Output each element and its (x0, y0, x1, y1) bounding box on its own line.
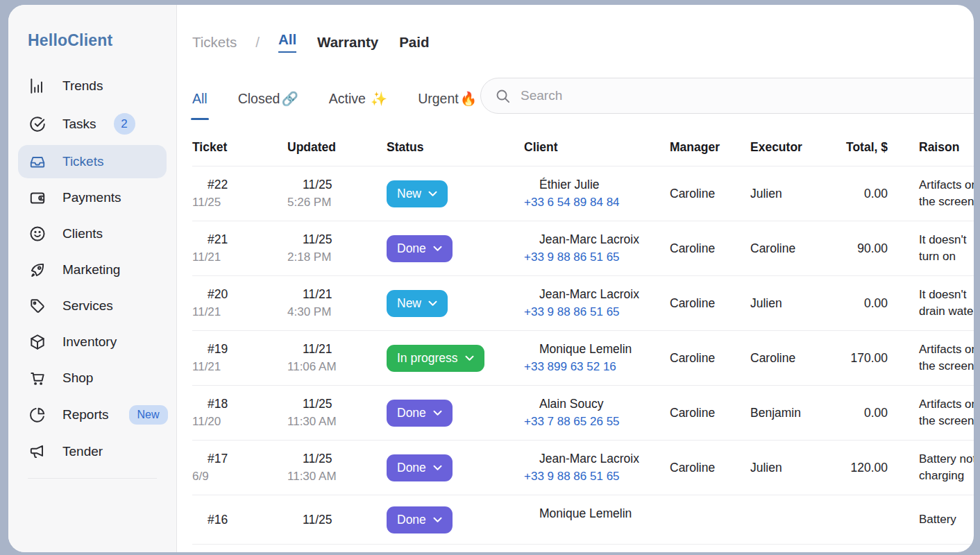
raison-cell: Artifacts on the screen (888, 341, 974, 375)
tasks-count-badge: 2 (114, 113, 135, 135)
executor-cell: Caroline (750, 241, 827, 256)
table-row[interactable]: #19 11/21 11/21 11:06 AM In progress Mon… (192, 331, 974, 386)
breadcrumb-filter-warranty[interactable]: Warranty (317, 34, 378, 51)
client-cell: Alain Soucy +33 7 88 65 26 55 (524, 395, 670, 431)
sidebar-divider (28, 478, 157, 479)
client-phone-link[interactable]: +33 9 88 86 51 65 (524, 248, 620, 266)
raison-cell: Battery (888, 511, 974, 528)
ticket-id: #19 (192, 340, 287, 358)
tickets-table: Ticket Updated Status Client Manager Exe… (192, 140, 974, 545)
raison-cell: Battery not charging (888, 451, 974, 484)
sidebar-item-tickets[interactable]: Tickets (18, 145, 167, 178)
sidebar-nav: Trends Tasks 2 Tickets Payments (8, 69, 176, 479)
table-header: Ticket Updated Status Client Manager Exe… (192, 140, 974, 166)
total-cell: 0.00 (827, 406, 888, 420)
rocket-icon (28, 261, 47, 279)
status-dropdown[interactable]: Done (387, 400, 453, 427)
manager-cell: Caroline (670, 241, 750, 256)
breadcrumb: Tickets / All Warranty Paid (192, 31, 974, 53)
client-name: Éthier Julie (524, 176, 670, 194)
updated-cell: 11/25 5:26 PM (287, 176, 387, 212)
sidebar-item-label: Services (62, 298, 113, 314)
ticket-created-date: 11/21 (192, 303, 287, 321)
cube-icon (28, 333, 47, 351)
client-phone-link[interactable]: +33 6 54 89 84 84 (524, 194, 620, 212)
ticket-id: #20 (192, 285, 287, 303)
app-logo: HelloClient (8, 31, 176, 50)
sidebar-item-shop[interactable]: Shop (18, 361, 167, 395)
updated-time: 5:26 PM (287, 194, 387, 212)
raison-cell: It doesn't drain water (888, 287, 974, 320)
status-dropdown[interactable]: New (387, 290, 448, 317)
chevron-down-icon (428, 300, 437, 307)
total-cell: 0.00 (827, 187, 888, 201)
sidebar-item-tasks[interactable]: Tasks 2 (18, 105, 167, 142)
status-dropdown[interactable]: New (387, 180, 448, 207)
table-row[interactable]: #20 11/21 11/21 4:30 PM New Jean-Marc La… (192, 276, 974, 331)
tab-label: All (192, 91, 208, 106)
manager-cell: Caroline (670, 187, 750, 201)
sidebar-item-marketing[interactable]: Marketing (18, 253, 167, 287)
table-row[interactable]: #22 11/25 11/25 5:26 PM New Éthier Julie… (192, 166, 974, 221)
sidebar-item-inventory[interactable]: Inventory (18, 325, 167, 359)
sidebar-item-label: Shop (62, 370, 93, 386)
ticket-cell: #22 11/25 (192, 176, 287, 212)
sparkles-icon: ✨ (371, 91, 387, 106)
tab-label: Active (329, 91, 366, 106)
total-cell: 90.00 (827, 241, 888, 256)
status-dropdown[interactable]: Done (387, 454, 453, 481)
ticket-id: #21 (192, 230, 287, 248)
breadcrumb-filter-paid[interactable]: Paid (399, 34, 429, 51)
client-cell: Jean-Marc Lacroix +33 9 88 86 51 65 (524, 230, 670, 266)
manager-cell: Caroline (670, 461, 750, 475)
ticket-id: #16 (192, 511, 287, 529)
executor-cell: Julien (750, 187, 827, 201)
breadcrumb-filter-all[interactable]: All (278, 31, 296, 53)
client-name: Jean-Marc Lacroix (524, 230, 670, 248)
table-row[interactable]: #18 11/20 11/25 11:30 AM Done Alain Souc… (192, 386, 974, 441)
tab-active[interactable]: Active✨ (329, 91, 387, 108)
client-phone-link[interactable]: +33 899 63 52 16 (524, 358, 616, 376)
sidebar-item-payments[interactable]: Payments (18, 181, 167, 214)
executor-cell: Julien (750, 461, 827, 475)
status-cell: New (387, 180, 524, 207)
table-row[interactable]: #17 6/9 11/25 11:30 AM Done Jean-Marc La… (192, 441, 974, 495)
raison-cell: Artifacts on the screen (888, 396, 974, 429)
sidebar-item-clients[interactable]: Clients (18, 217, 167, 250)
inbox-icon (28, 153, 47, 171)
tab-urgent[interactable]: Urgent🔥 (418, 91, 477, 108)
status-dropdown[interactable]: Done (387, 506, 453, 533)
tab-all[interactable]: All (192, 91, 208, 108)
status-label: New (397, 187, 421, 201)
sidebar-item-reports[interactable]: Reports New (18, 398, 167, 432)
sidebar-item-services[interactable]: Services (18, 289, 167, 323)
table-row[interactable]: #16 11/25 Done Monique Lemelin Battery (192, 495, 974, 545)
status-dropdown[interactable]: Done (387, 235, 453, 262)
ticket-id: #22 (192, 176, 287, 194)
sidebar: HelloClient Trends Tasks 2 Tickets (8, 5, 177, 552)
tab-closed[interactable]: Closed🔗 (238, 91, 298, 108)
status-label: Done (397, 406, 426, 420)
column-header-manager: Manager (670, 140, 750, 155)
total-cell: 170.00 (827, 351, 888, 366)
status-dropdown[interactable]: In progress (387, 345, 484, 372)
search-input[interactable] (521, 88, 974, 103)
chevron-down-icon (428, 191, 437, 197)
ticket-cell: #19 11/21 (192, 340, 287, 376)
table-row[interactable]: #21 11/21 11/25 2:18 PM Done Jean-Marc L… (192, 221, 974, 276)
chevron-down-icon (465, 355, 474, 361)
client-phone-link[interactable]: +33 9 88 86 51 65 (524, 468, 620, 486)
updated-cell: 11/25 2:18 PM (287, 230, 387, 266)
sidebar-item-label: Payments (62, 190, 121, 205)
status-cell: Done (387, 454, 524, 481)
client-phone-link[interactable]: +33 7 88 65 26 55 (524, 413, 620, 431)
updated-time: 11:30 AM (287, 413, 387, 431)
tab-label: Urgent (418, 91, 459, 106)
ticket-cell: #21 11/21 (192, 230, 287, 266)
sidebar-item-tender[interactable]: Tender (18, 435, 167, 468)
ticket-created-date: 11/20 (192, 413, 287, 431)
sidebar-item-trends[interactable]: Trends (18, 69, 167, 103)
chevron-down-icon (433, 465, 442, 471)
client-phone-link[interactable]: +33 9 88 86 51 65 (524, 303, 620, 321)
manager-cell: Caroline (670, 406, 750, 420)
